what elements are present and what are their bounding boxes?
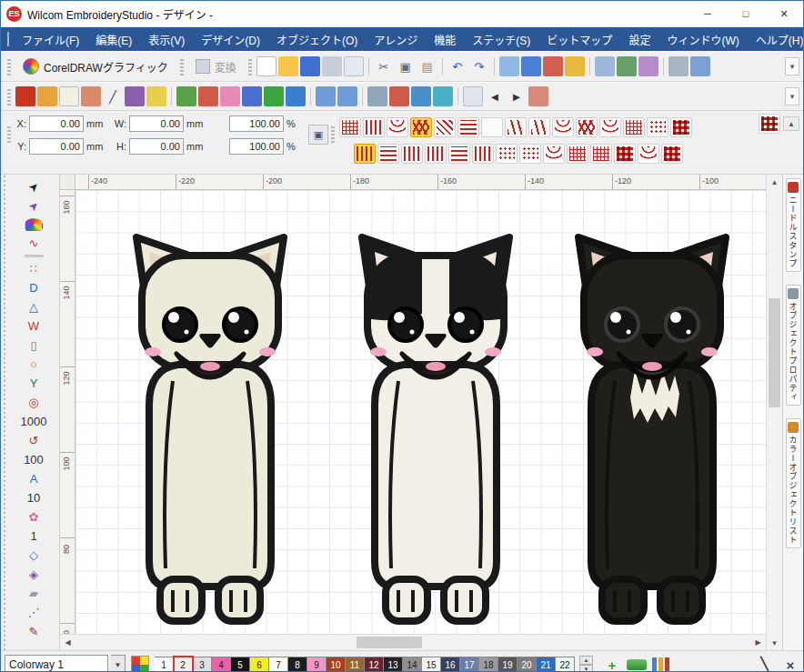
redo-icon[interactable]: ↷ <box>469 56 489 76</box>
pattern-block-icon[interactable] <box>670 117 692 137</box>
color-swatch[interactable]: 5 <box>231 657 250 672</box>
menu-item[interactable]: アレンジ <box>366 27 426 52</box>
add-color-icon[interactable]: + <box>603 656 621 672</box>
satin-fill-icon[interactable] <box>363 117 385 137</box>
color-swatch[interactable]: 16 <box>441 657 460 672</box>
menu-item[interactable]: ステッチ(S) <box>464 27 538 52</box>
vertical-scroll-thumb[interactable] <box>769 298 780 407</box>
hoop-icon[interactable] <box>668 56 688 76</box>
color-swatch[interactable]: 8 <box>288 657 307 672</box>
toolbar-grip[interactable] <box>7 57 11 75</box>
menu-item[interactable]: ウィンドウ(W) <box>658 27 747 52</box>
color-swatch[interactable]: 11 <box>346 657 365 672</box>
zigzag-tool-icon[interactable]: W <box>21 316 46 336</box>
travel-frames-icon[interactable] <box>528 86 548 106</box>
donut-tool-icon[interactable]: ◎ <box>21 393 46 412</box>
open-object-tool-icon[interactable] <box>37 86 57 106</box>
color-swatch[interactable]: 4 <box>212 657 231 672</box>
color-swatch[interactable]: 21 <box>537 657 556 672</box>
design-canvas[interactable] <box>75 190 766 634</box>
undo-icon[interactable]: ↶ <box>447 56 467 76</box>
cluster-tool-icon[interactable]: ∷ <box>21 259 46 278</box>
color-swatch[interactable]: 13 <box>384 657 403 672</box>
overview-window-icon[interactable] <box>595 56 615 76</box>
tab-object-properties[interactable]: オブジェクトプロパティ <box>786 285 801 406</box>
color-list-icon[interactable] <box>433 86 453 106</box>
prev-view-icon[interactable]: ◄ <box>485 86 505 106</box>
cylinder-tool-icon[interactable]: ▯ <box>21 336 46 355</box>
grid-header-icon[interactable] <box>337 86 357 106</box>
save-icon[interactable] <box>300 56 320 76</box>
line-tool-icon[interactable]: ╱ <box>103 86 123 106</box>
separator[interactable] <box>310 87 311 105</box>
paste-icon[interactable]: ▤ <box>417 56 437 76</box>
color-wheel-icon[interactable] <box>25 218 43 231</box>
insert-symbol-icon[interactable] <box>499 56 519 76</box>
contour-fill-icon[interactable] <box>377 144 399 164</box>
separator[interactable] <box>494 57 495 75</box>
color-swatch[interactable]: 1 <box>155 657 174 672</box>
needle-tool-icon[interactable]: ✎ <box>21 622 46 641</box>
separator[interactable] <box>457 87 458 105</box>
wave-stitch-icon[interactable] <box>599 117 621 137</box>
print-preview-icon[interactable] <box>344 56 364 76</box>
motif-run-icon[interactable] <box>647 117 668 137</box>
field-value-input[interactable]: 100.00 <box>229 138 284 155</box>
convert-button[interactable]: 変換 <box>188 55 244 78</box>
color-swatch[interactable]: 19 <box>498 657 518 672</box>
tab-needle-stamp[interactable]: ニードルスタンプ <box>786 178 801 272</box>
diamond-tool-icon[interactable]: ◇ <box>21 546 46 565</box>
coreldraw-graphics-button[interactable]: CorelDRAWグラフィック <box>15 55 176 78</box>
color-swatch[interactable]: 7 <box>269 657 288 672</box>
color-film-icon[interactable] <box>617 56 637 76</box>
aspect-lock-icon[interactable]: ▣ <box>308 125 328 145</box>
measure-icon[interactable]: ╲ <box>756 656 774 672</box>
scroll-right-icon[interactable]: ▶ <box>750 636 766 650</box>
diamond-fill-icon[interactable] <box>519 144 541 164</box>
object-list-icon[interactable] <box>411 86 431 106</box>
zoom-tool-icon[interactable] <box>463 86 483 106</box>
screen-calibration-icon[interactable] <box>367 86 387 106</box>
toolbar-grip[interactable] <box>248 57 252 75</box>
separator[interactable] <box>442 57 443 75</box>
lettering-tool-icon[interactable]: A <box>21 469 46 488</box>
scroll-left-icon[interactable]: ◀ <box>60 636 75 650</box>
e-stitch-icon[interactable] <box>434 117 456 137</box>
color-swatch[interactable]: 22 <box>556 657 575 672</box>
reshape-tool-icon[interactable]: ➤ <box>18 190 50 222</box>
separator[interactable] <box>362 87 363 105</box>
freehand-tool-icon[interactable]: ∿ <box>21 234 46 253</box>
preset-10[interactable]: 10 <box>21 488 46 507</box>
toolbar-overflow-icon[interactable]: ▾ <box>785 87 799 105</box>
field-value-input[interactable]: 100.00 <box>229 115 284 132</box>
preset-1000[interactable]: 1000 <box>21 412 46 431</box>
toolbar-grip[interactable] <box>180 57 184 75</box>
stipple-fill-icon[interactable] <box>354 144 376 164</box>
design-properties-icon[interactable] <box>638 56 658 76</box>
menu-item[interactable]: デザイン(D) <box>193 27 268 52</box>
product-visualizer-icon[interactable] <box>521 56 541 76</box>
stamp-pattern-icon[interactable] <box>759 114 780 134</box>
arc-stitch-icon[interactable] <box>552 117 574 137</box>
color-swatch[interactable]: 9 <box>307 657 327 672</box>
color-swatch[interactable]: 2 <box>174 657 193 672</box>
print-icon[interactable] <box>322 56 342 76</box>
separator[interactable] <box>589 57 590 75</box>
field-value-input[interactable]: 0.00 <box>129 115 184 132</box>
toolbar-scroll-up-icon[interactable]: ▲ <box>783 116 799 131</box>
menu-item[interactable]: ファイル(F) <box>14 27 87 52</box>
next-view-icon[interactable]: ► <box>507 86 527 106</box>
tab-color-object-list[interactable]: カラーオブジェクトリスト <box>786 418 801 548</box>
toolbar-grip[interactable] <box>7 125 11 143</box>
toolbox-grip[interactable] <box>1 175 8 650</box>
separator[interactable] <box>368 57 369 75</box>
color-swatch[interactable]: 20 <box>518 657 537 672</box>
fill-hole-tool-icon[interactable] <box>81 86 101 106</box>
garment-view-icon[interactable] <box>242 86 262 106</box>
zigzag-b-stitch-icon[interactable] <box>576 117 598 137</box>
dot-fill-icon[interactable] <box>496 144 518 164</box>
maximize-button[interactable]: □ <box>727 1 765 26</box>
horizontal-scrollbar[interactable]: ◀ ▶ <box>60 634 766 650</box>
menu-item[interactable]: オブジェクト(O) <box>268 27 366 52</box>
ring-tool-icon[interactable] <box>264 86 284 106</box>
